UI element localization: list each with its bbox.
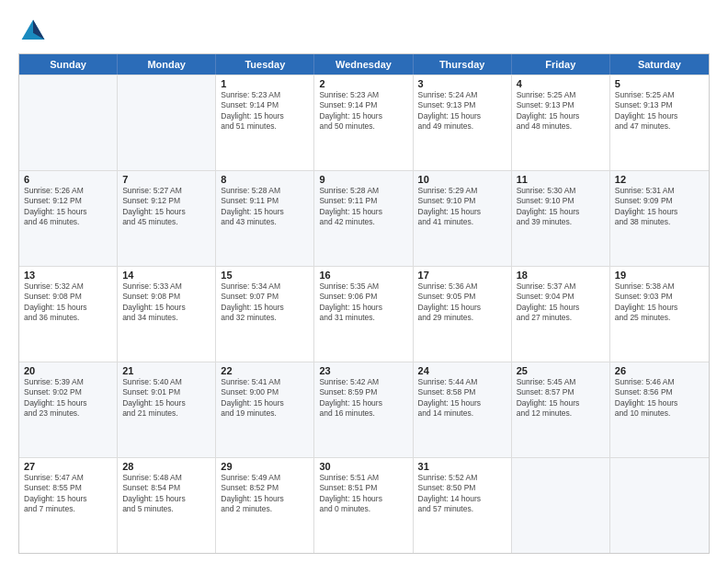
day-info: Sunrise: 5:23 AM Sunset: 9:14 PM Dayligh…	[319, 90, 407, 132]
day-number: 7	[122, 174, 210, 185]
day-cell-13: 13Sunrise: 5:32 AM Sunset: 9:08 PM Dayli…	[19, 267, 118, 362]
calendar-row-3: 13Sunrise: 5:32 AM Sunset: 9:08 PM Dayli…	[19, 266, 709, 362]
day-info: Sunrise: 5:47 AM Sunset: 8:55 PM Dayligh…	[24, 473, 112, 515]
day-number: 13	[24, 270, 112, 281]
calendar: SundayMondayTuesdayWednesdayThursdayFrid…	[18, 53, 710, 554]
calendar-row-4: 20Sunrise: 5:39 AM Sunset: 9:02 PM Dayli…	[19, 362, 709, 457]
day-cell-4: 4Sunrise: 5:25 AM Sunset: 9:13 PM Daylig…	[512, 75, 610, 170]
day-info: Sunrise: 5:41 AM Sunset: 9:00 PM Dayligh…	[221, 377, 309, 419]
day-info: Sunrise: 5:48 AM Sunset: 8:54 PM Dayligh…	[122, 473, 210, 515]
day-number: 23	[319, 365, 407, 376]
day-info: Sunrise: 5:39 AM Sunset: 9:02 PM Dayligh…	[24, 377, 112, 419]
day-cell-16: 16Sunrise: 5:35 AM Sunset: 9:06 PM Dayli…	[314, 267, 413, 362]
day-cell-23: 23Sunrise: 5:42 AM Sunset: 8:59 PM Dayli…	[314, 362, 413, 457]
empty-cell	[512, 458, 610, 553]
day-cell-3: 3Sunrise: 5:24 AM Sunset: 9:13 PM Daylig…	[414, 75, 512, 170]
logo-icon	[18, 17, 48, 46]
day-cell-9: 9Sunrise: 5:28 AM Sunset: 9:11 PM Daylig…	[314, 171, 413, 266]
day-number: 19	[615, 270, 704, 281]
day-number: 4	[517, 78, 605, 89]
day-info: Sunrise: 5:49 AM Sunset: 8:52 PM Dayligh…	[221, 473, 309, 515]
day-cell-21: 21Sunrise: 5:40 AM Sunset: 9:01 PM Dayli…	[118, 362, 216, 457]
day-number: 29	[221, 461, 309, 472]
empty-cell	[19, 75, 118, 170]
day-info: Sunrise: 5:34 AM Sunset: 9:07 PM Dayligh…	[221, 282, 309, 324]
day-cell-15: 15Sunrise: 5:34 AM Sunset: 9:07 PM Dayli…	[216, 267, 314, 362]
day-cell-17: 17Sunrise: 5:36 AM Sunset: 9:05 PM Dayli…	[414, 267, 512, 362]
day-number: 12	[615, 174, 704, 185]
day-cell-6: 6Sunrise: 5:26 AM Sunset: 9:12 PM Daylig…	[19, 171, 118, 266]
day-number: 31	[418, 461, 506, 472]
day-cell-20: 20Sunrise: 5:39 AM Sunset: 9:02 PM Dayli…	[19, 362, 118, 457]
day-info: Sunrise: 5:44 AM Sunset: 8:58 PM Dayligh…	[418, 377, 506, 419]
day-info: Sunrise: 5:51 AM Sunset: 8:51 PM Dayligh…	[319, 473, 407, 515]
day-cell-10: 10Sunrise: 5:29 AM Sunset: 9:10 PM Dayli…	[414, 171, 512, 266]
day-info: Sunrise: 5:23 AM Sunset: 9:14 PM Dayligh…	[221, 90, 309, 132]
day-info: Sunrise: 5:33 AM Sunset: 9:08 PM Dayligh…	[122, 282, 210, 324]
day-number: 15	[221, 270, 309, 281]
calendar-row-2: 6Sunrise: 5:26 AM Sunset: 9:12 PM Daylig…	[19, 170, 709, 266]
day-number: 9	[319, 174, 407, 185]
day-cell-28: 28Sunrise: 5:48 AM Sunset: 8:54 PM Dayli…	[118, 458, 216, 553]
header-day-friday: Friday	[512, 54, 610, 75]
calendar-header: SundayMondayTuesdayWednesdayThursdayFrid…	[19, 54, 709, 75]
day-info: Sunrise: 5:35 AM Sunset: 9:06 PM Dayligh…	[319, 282, 407, 324]
day-cell-30: 30Sunrise: 5:51 AM Sunset: 8:51 PM Dayli…	[314, 458, 413, 553]
header	[18, 17, 710, 46]
calendar-body: 1Sunrise: 5:23 AM Sunset: 9:14 PM Daylig…	[19, 75, 709, 553]
day-cell-2: 2Sunrise: 5:23 AM Sunset: 9:14 PM Daylig…	[314, 75, 413, 170]
day-info: Sunrise: 5:46 AM Sunset: 8:56 PM Dayligh…	[615, 377, 704, 419]
day-cell-12: 12Sunrise: 5:31 AM Sunset: 9:09 PM Dayli…	[610, 171, 709, 266]
day-cell-19: 19Sunrise: 5:38 AM Sunset: 9:03 PM Dayli…	[610, 267, 709, 362]
day-cell-11: 11Sunrise: 5:30 AM Sunset: 9:10 PM Dayli…	[512, 171, 610, 266]
day-cell-18: 18Sunrise: 5:37 AM Sunset: 9:04 PM Dayli…	[512, 267, 610, 362]
day-info: Sunrise: 5:42 AM Sunset: 8:59 PM Dayligh…	[319, 377, 407, 419]
day-info: Sunrise: 5:27 AM Sunset: 9:12 PM Dayligh…	[122, 186, 210, 228]
calendar-row-1: 1Sunrise: 5:23 AM Sunset: 9:14 PM Daylig…	[19, 75, 709, 170]
day-info: Sunrise: 5:28 AM Sunset: 9:11 PM Dayligh…	[319, 186, 407, 228]
day-info: Sunrise: 5:52 AM Sunset: 8:50 PM Dayligh…	[418, 473, 506, 515]
day-cell-26: 26Sunrise: 5:46 AM Sunset: 8:56 PM Dayli…	[610, 362, 709, 457]
day-info: Sunrise: 5:26 AM Sunset: 9:12 PM Dayligh…	[24, 186, 112, 228]
day-info: Sunrise: 5:25 AM Sunset: 9:13 PM Dayligh…	[517, 90, 605, 132]
day-info: Sunrise: 5:36 AM Sunset: 9:05 PM Dayligh…	[418, 282, 506, 324]
day-number: 8	[221, 174, 309, 185]
header-day-saturday: Saturday	[610, 54, 709, 75]
header-day-monday: Monday	[118, 54, 216, 75]
day-number: 20	[24, 365, 112, 376]
day-cell-8: 8Sunrise: 5:28 AM Sunset: 9:11 PM Daylig…	[216, 171, 314, 266]
day-cell-29: 29Sunrise: 5:49 AM Sunset: 8:52 PM Dayli…	[216, 458, 314, 553]
day-number: 30	[319, 461, 407, 472]
day-number: 25	[517, 365, 605, 376]
day-number: 3	[418, 78, 506, 89]
day-number: 17	[418, 270, 506, 281]
day-info: Sunrise: 5:38 AM Sunset: 9:03 PM Dayligh…	[615, 282, 704, 324]
day-info: Sunrise: 5:24 AM Sunset: 9:13 PM Dayligh…	[418, 90, 506, 132]
day-number: 26	[615, 365, 704, 376]
day-info: Sunrise: 5:45 AM Sunset: 8:57 PM Dayligh…	[517, 377, 605, 419]
day-number: 27	[24, 461, 112, 472]
day-cell-5: 5Sunrise: 5:25 AM Sunset: 9:13 PM Daylig…	[610, 75, 709, 170]
day-cell-27: 27Sunrise: 5:47 AM Sunset: 8:55 PM Dayli…	[19, 458, 118, 553]
day-info: Sunrise: 5:32 AM Sunset: 9:08 PM Dayligh…	[24, 282, 112, 324]
empty-cell	[118, 75, 216, 170]
day-info: Sunrise: 5:28 AM Sunset: 9:11 PM Dayligh…	[221, 186, 309, 228]
day-info: Sunrise: 5:29 AM Sunset: 9:10 PM Dayligh…	[418, 186, 506, 228]
day-number: 28	[122, 461, 210, 472]
day-cell-7: 7Sunrise: 5:27 AM Sunset: 9:12 PM Daylig…	[118, 171, 216, 266]
day-info: Sunrise: 5:37 AM Sunset: 9:04 PM Dayligh…	[517, 282, 605, 324]
day-number: 1	[221, 78, 309, 89]
day-number: 14	[122, 270, 210, 281]
header-day-thursday: Thursday	[414, 54, 512, 75]
day-info: Sunrise: 5:25 AM Sunset: 9:13 PM Dayligh…	[615, 90, 704, 132]
day-number: 24	[418, 365, 506, 376]
header-day-sunday: Sunday	[19, 54, 118, 75]
day-number: 22	[221, 365, 309, 376]
day-cell-31: 31Sunrise: 5:52 AM Sunset: 8:50 PM Dayli…	[414, 458, 512, 553]
day-cell-25: 25Sunrise: 5:45 AM Sunset: 8:57 PM Dayli…	[512, 362, 610, 457]
day-cell-22: 22Sunrise: 5:41 AM Sunset: 9:00 PM Dayli…	[216, 362, 314, 457]
page: SundayMondayTuesdayWednesdayThursdayFrid…	[0, 0, 728, 563]
calendar-row-5: 27Sunrise: 5:47 AM Sunset: 8:55 PM Dayli…	[19, 457, 709, 553]
logo	[18, 17, 51, 46]
day-cell-14: 14Sunrise: 5:33 AM Sunset: 9:08 PM Dayli…	[118, 267, 216, 362]
